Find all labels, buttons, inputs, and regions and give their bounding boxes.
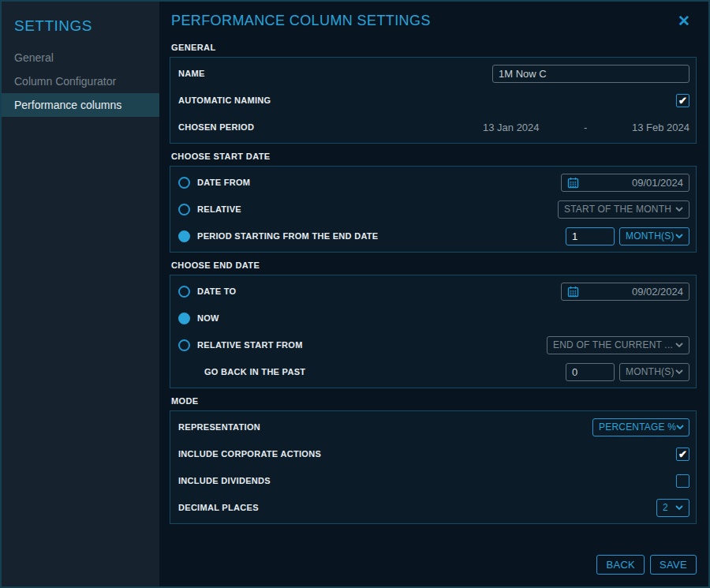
go-back-label: GO BACK IN THE PAST xyxy=(204,367,305,376)
period-end-date: 13 Feb 2024 xyxy=(632,122,689,133)
name-row: NAME 1M Now C xyxy=(178,60,689,87)
date-to-input[interactable]: 09/02/2024 xyxy=(561,283,689,301)
go-back-row: GO BACK IN THE PAST 0 MONTH(S) xyxy=(178,358,689,385)
automatic-naming-label: AUTOMATIC NAMING xyxy=(178,96,271,105)
chosen-period-row: CHOSEN PERIOD 13 Jan 2024 - 13 Feb 2024 xyxy=(178,114,689,140)
date-to-row: DATE TO 09/02/2024 xyxy=(178,278,689,305)
representation-value: PERCENTAGE % xyxy=(599,421,676,433)
decimal-places-dropdown[interactable]: 2 xyxy=(656,499,689,517)
sidebar-title: SETTINGS xyxy=(2,9,159,46)
corporate-actions-checkbox[interactable] xyxy=(676,448,689,461)
relative-start-dropdown[interactable]: START OF THE MONTH xyxy=(558,200,689,219)
choose-start-date-box: DATE FROM 09/01/2024 RELATIVE START OF T… xyxy=(170,166,697,253)
relative-end-dropdown[interactable]: END OF THE CURRENT ... xyxy=(547,336,689,354)
go-back-unit-value: MONTH(S) xyxy=(626,366,674,377)
go-back-amount-value: 0 xyxy=(572,366,577,378)
decimal-places-value: 2 xyxy=(663,502,668,513)
chevron-down-icon xyxy=(675,369,683,374)
footer: BACK SAVE xyxy=(170,545,697,586)
name-label: NAME xyxy=(178,69,205,78)
relative-start-value: START OF THE MONTH xyxy=(564,204,671,215)
period-starting-radio[interactable] xyxy=(178,230,190,242)
chevron-down-icon xyxy=(675,234,683,238)
chevron-down-icon xyxy=(676,425,684,429)
date-to-radio[interactable] xyxy=(178,286,190,298)
settings-window: SETTINGS General Column Configurator Per… xyxy=(0,0,710,588)
date-from-row: DATE FROM 09/01/2024 xyxy=(178,169,689,196)
period-amount-value: 1 xyxy=(572,230,577,242)
automatic-naming-checkbox[interactable] xyxy=(676,94,689,107)
date-to-label: DATE TO xyxy=(197,287,236,296)
sidebar-item-performance-columns[interactable]: Performance columns xyxy=(2,93,159,117)
period-starting-label: PERIOD STARTING FROM THE END DATE xyxy=(197,231,379,241)
go-back-unit-dropdown[interactable]: MONTH(S) xyxy=(619,363,689,381)
save-button[interactable]: SAVE xyxy=(650,555,697,575)
chevron-down-icon xyxy=(675,207,683,212)
corporate-actions-label: INCLUDE CORPORATE ACTIONS xyxy=(178,449,321,459)
date-from-input[interactable]: 09/01/2024 xyxy=(561,174,689,192)
chosen-period-values: 13 Jan 2024 - 13 Feb 2024 xyxy=(483,122,689,133)
period-unit-dropdown[interactable]: MONTH(S) xyxy=(619,227,689,245)
relative-radio[interactable] xyxy=(178,204,190,215)
dividends-checkbox[interactable] xyxy=(676,474,689,488)
dividends-label: INCLUDE DIVIDENDS xyxy=(178,476,271,485)
representation-dropdown[interactable]: PERCENTAGE % xyxy=(592,418,689,436)
representation-label: REPRESENTATION xyxy=(178,422,260,432)
chevron-down-icon xyxy=(675,505,683,510)
calendar-icon[interactable] xyxy=(567,177,579,189)
relative-start-from-row: RELATIVE START FROM END OF THE CURRENT .… xyxy=(178,331,689,358)
choose-end-date-box: DATE TO 09/02/2024 NOW RELATIVE START FR… xyxy=(170,275,697,388)
section-label-choose-end-date: CHOOSE END DATE xyxy=(170,256,697,275)
date-to-value: 09/02/2024 xyxy=(632,286,683,298)
chevron-down-icon xyxy=(675,343,683,347)
sidebar: SETTINGS General Column Configurator Per… xyxy=(2,2,159,586)
section-label-general: GENERAL xyxy=(170,38,697,57)
now-row: NOW xyxy=(178,305,689,331)
close-icon[interactable]: ✕ xyxy=(673,12,695,30)
mode-box: REPRESENTATION PERCENTAGE % INCLUDE CORP… xyxy=(170,410,697,524)
corporate-actions-row: INCLUDE CORPORATE ACTIONS xyxy=(178,440,689,467)
relative-label: RELATIVE xyxy=(197,204,241,214)
relative-row: RELATIVE START OF THE MONTH xyxy=(178,196,689,223)
automatic-naming-row: AUTOMATIC NAMING xyxy=(178,87,689,114)
name-value: 1M Now C xyxy=(499,68,547,80)
period-starting-row: PERIOD STARTING FROM THE END DATE 1 MONT… xyxy=(178,223,689,249)
date-from-radio[interactable] xyxy=(178,177,190,189)
panel-header: PERFORMANCE COLUMN SETTINGS ✕ xyxy=(170,2,697,38)
calendar-icon[interactable] xyxy=(567,286,579,298)
now-radio[interactable] xyxy=(178,313,190,324)
general-box: NAME 1M Now C AUTOMATIC NAMING CHOSEN PE… xyxy=(170,57,697,144)
relative-end-value: END OF THE CURRENT ... xyxy=(553,339,673,350)
date-from-value: 09/01/2024 xyxy=(632,177,683,189)
section-label-choose-start-date: CHOOSE START DATE xyxy=(170,147,697,166)
relative-start-from-radio[interactable] xyxy=(178,339,190,351)
sidebar-item-general[interactable]: General xyxy=(2,46,159,69)
performance-column-settings-panel: PERFORMANCE COLUMN SETTINGS ✕ GENERAL NA… xyxy=(159,2,708,586)
now-label: NOW xyxy=(197,313,219,323)
name-input[interactable]: 1M Now C xyxy=(492,65,689,83)
representation-row: REPRESENTATION PERCENTAGE % xyxy=(178,414,689,440)
period-amount-input[interactable]: 1 xyxy=(566,227,615,245)
period-start-date: 13 Jan 2024 xyxy=(483,122,540,133)
relative-start-from-label: RELATIVE START FROM xyxy=(197,340,303,350)
period-separator: - xyxy=(562,122,587,133)
section-label-mode: MODE xyxy=(170,391,697,410)
go-back-amount-input[interactable]: 0 xyxy=(566,363,615,381)
date-from-label: DATE FROM xyxy=(197,178,250,187)
panel-title: PERFORMANCE COLUMN SETTINGS xyxy=(171,13,431,29)
chosen-period-label: CHOSEN PERIOD xyxy=(178,122,254,132)
period-unit-value: MONTH(S) xyxy=(626,230,674,242)
decimal-places-label: DECIMAL PLACES xyxy=(178,503,259,512)
sidebar-item-column-configurator[interactable]: Column Configurator xyxy=(2,69,159,93)
decimal-places-row: DECIMAL PLACES 2 xyxy=(178,494,689,521)
dividends-row: INCLUDE DIVIDENDS xyxy=(178,467,689,494)
back-button[interactable]: BACK xyxy=(596,555,645,575)
